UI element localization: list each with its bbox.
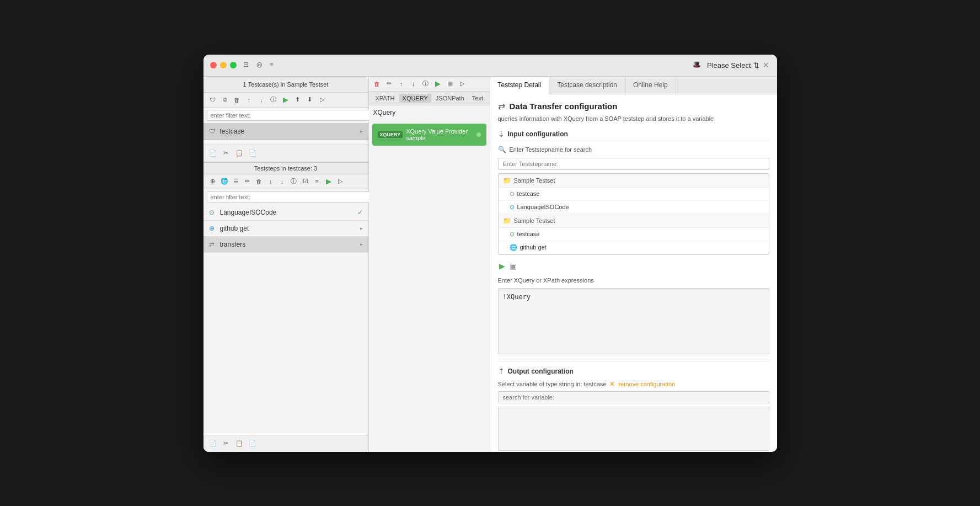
testset-filter-input[interactable] [207,110,372,121]
info-step-icon[interactable]: ⓘ [289,177,299,187]
step-globe-icon: ⊕ [209,225,217,232]
child-shield-icon-1: ⊙ [510,190,515,198]
move-down-icon[interactable]: ↓ [256,95,266,105]
tree-child-testcase-1[interactable]: ⊙ testcase [499,188,769,201]
step-shield-icon: ⊙ [209,209,217,216]
tab-testcase-description[interactable]: Testcase description [549,77,625,94]
import-icon[interactable]: ⬇ [305,95,315,105]
steps-filter-input[interactable] [207,191,372,203]
properties-icon[interactable]: ☰ [231,177,241,187]
window-close-icon[interactable]: ✕ [763,61,770,69]
variable-search-input[interactable] [498,391,769,403]
menu-icon[interactable]: ≡ [270,61,279,70]
delete-icon[interactable]: 🗑 [232,95,242,105]
info-icon[interactable]: ⓘ [269,95,279,105]
testset-bottom-toolbar: 📄 ✂ 📋 📄 [204,145,368,162]
please-select-dropdown[interactable]: Please Select ⇅ [707,61,759,70]
copy3-icon[interactable]: 📋 [234,439,244,449]
list-item[interactable]: ⇄ transfers ▸ [204,237,368,253]
search-teststep-label: 🔍 Enter Teststepname for search [498,146,769,153]
sidebar-toggle-icon[interactable]: ⊟ [243,61,252,70]
list-item[interactable]: ⊙ LanguageISOCode ✓ [204,205,368,221]
stop-xquery-btn[interactable]: ▣ [508,260,518,271]
remove-x-icon: ✕ [609,380,615,388]
xquery-item[interactable]: XQUERY XQuery Value Provider sample [372,124,486,146]
testset-label: 1 Testcase(s) in Sample Testset [243,81,329,88]
close-traffic-light[interactable] [210,62,217,68]
output-section: ⇡ Output configuration Select variable o… [498,361,769,452]
detail-title: ⇄ Data Transfer configuration [498,101,769,111]
mid-run-icon[interactable]: ▶ [433,79,443,89]
tree-child-testcase-2[interactable]: ⊙ testcase [499,228,769,241]
delete-step-icon[interactable]: 🗑 [254,177,264,187]
globe-icon[interactable]: 🌐 [219,177,229,187]
run-steps-icon[interactable]: ▶ [324,177,334,187]
teststeps-label: Teststeps in testcase: 3 [254,165,317,172]
tree-folder-2: 📁 Sample Testset [499,214,769,228]
child-globe-icon-github: 🌐 [510,244,517,251]
view-icon[interactable]: ◎ [256,61,265,70]
run-controls: ▶ ▣ [498,260,769,271]
mid-delete-icon[interactable]: 🗑 [372,79,382,89]
step-name: transfers [220,241,357,248]
main-content: 1 Testcase(s) in Sample Testset 🛡 ⧉ 🗑 ↑ … [204,77,777,452]
input-section-header: ⇣ Input configuration [498,130,769,141]
tab-text[interactable]: Text [469,94,486,103]
teststep-name-input[interactable] [498,158,769,170]
mid-expand-icon[interactable]: ▷ [457,79,467,89]
tab-xpath[interactable]: XPATH [372,94,398,103]
add-testset-icon[interactable]: 📄 [208,148,218,158]
page-title: Data Transfer configuration [510,102,618,111]
export-icon[interactable]: ⬆ [293,95,303,105]
checkbox-icon[interactable]: ☑ [301,177,310,187]
mid-edit-icon[interactable]: ✏ [384,79,394,89]
tab-teststep-detail[interactable]: Teststep Detail [490,77,550,94]
xquery-editor[interactable]: !XQuery [498,288,769,354]
tab-xquery[interactable]: XQUERY [399,94,431,103]
mid-up-icon[interactable]: ↑ [397,79,406,89]
shield-icon[interactable]: 🛡 [208,95,218,105]
teststep-tree: 📁 Sample Testset ⊙ testcase ⊙ LanguageIS… [498,173,769,255]
tree-child-lang[interactable]: ⊙ LanguageISOCode [499,201,769,214]
list-icon[interactable]: ≡ [312,177,322,187]
run-icon[interactable]: ▶ [281,95,291,105]
testset-header: 1 Testcase(s) in Sample Testset [204,77,368,93]
hat-icon: 🎩 [693,61,704,70]
expand-icon[interactable]: ▷ [317,95,327,105]
add-step-icon[interactable]: ⊕ [208,177,218,187]
expand-steps-icon[interactable]: ▷ [335,177,345,187]
remove-configuration-link[interactable]: remove configuration [618,381,675,387]
step-check-icon: ✓ [357,209,363,216]
folder-label-1: Sample Testset [514,177,555,184]
tab-online-help[interactable]: Online Help [625,77,676,94]
edit-icon[interactable]: ✏ [243,177,253,187]
child-shield-icon-2: ⊙ [510,231,515,238]
app-window: ⊟ ◎ ≡ 🎩 Please Select ⇅ ✕ 1 Testcase(s) … [204,55,777,452]
cut-icon[interactable]: ✂ [221,148,231,158]
paste-icon[interactable]: 📄 [248,148,258,158]
copy2-icon[interactable]: 📋 [234,148,244,158]
xpath-tabs: XPATH XQUERY JSONPath Text [369,92,490,105]
paste2-icon[interactable]: 📄 [248,439,258,449]
tree-child-github[interactable]: 🌐 github get [499,241,769,254]
move-up-icon[interactable]: ↑ [244,95,254,105]
cut2-icon[interactable]: ✂ [221,439,231,449]
list-item[interactable]: ⊕ github get ▸ [204,221,368,237]
right-panel: Teststep Detail Testcase description Onl… [490,77,777,452]
data-transfer-icon: ⇄ [498,101,505,111]
down-step-icon[interactable]: ↓ [277,177,287,187]
run-xquery-btn[interactable]: ▶ [498,260,506,271]
mid-stop-icon[interactable]: ▣ [445,79,455,89]
step-transfers-icon: ⇄ [209,241,217,248]
mid-down-icon[interactable]: ↓ [409,79,419,89]
maximize-traffic-light[interactable] [230,62,237,68]
mid-info-icon[interactable]: ⓘ [421,79,431,89]
copy-icon[interactable]: ⧉ [220,95,230,105]
tab-jsonpath[interactable]: JSONPath [432,94,468,103]
output-section-header: ⇡ Output configuration [498,367,769,376]
folder-icon-1: 📁 [503,177,511,184]
minimize-traffic-light[interactable] [220,62,227,68]
testcase-item[interactable]: 🛡 testcase ▸ [204,123,368,140]
up-step-icon[interactable]: ↑ [266,177,276,187]
add-step2-icon[interactable]: 📄 [208,439,218,449]
